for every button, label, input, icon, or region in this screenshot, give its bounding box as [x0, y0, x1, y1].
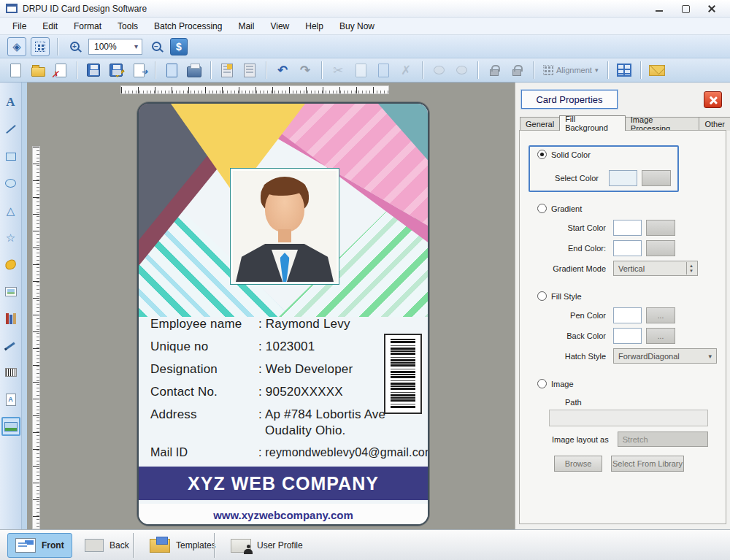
tab-image-processing[interactable]: Image Processing: [625, 117, 700, 131]
company-banner[interactable]: XYZ WEB COMPANY: [139, 467, 428, 500]
maximize-icon[interactable]: [680, 4, 691, 14]
employee-photo[interactable]: [230, 168, 339, 285]
pen-color-button[interactable]: ...: [646, 307, 675, 323]
field-address-line2[interactable]: Oudality Ohio.: [150, 423, 391, 438]
image-radio[interactable]: [537, 379, 547, 388]
group-button[interactable]: [429, 61, 448, 80]
save-button[interactable]: [84, 61, 103, 80]
field-unique-no[interactable]: Unique no : 1023001: [150, 340, 391, 354]
currency-button[interactable]: $: [170, 38, 188, 55]
field-contact-no[interactable]: Contact No. : 90520XXXXX: [150, 385, 391, 399]
gradient-mode-select[interactable]: Vertical ▲▼: [613, 261, 698, 276]
unlock-button[interactable]: [507, 61, 526, 80]
zoom-in-icon: +: [70, 42, 80, 51]
menu-batch-processing[interactable]: Batch Processing: [146, 19, 230, 34]
barcode-object[interactable]: [384, 334, 422, 414]
watermark-tool-button[interactable]: A: [1, 390, 20, 409]
menu-mail[interactable]: Mail: [230, 19, 262, 34]
field-employee-name[interactable]: Employee name : Raymond Levy: [150, 317, 391, 331]
tab-fill-background[interactable]: Fill Background: [559, 115, 626, 131]
freeform-tool-button[interactable]: [1, 255, 20, 274]
delete-object-button[interactable]: ✗: [396, 61, 415, 80]
save-as-button[interactable]: [107, 61, 126, 80]
triangle-tool-button[interactable]: △: [1, 201, 20, 220]
zoom-out-button[interactable]: −: [147, 37, 166, 56]
menu-view[interactable]: View: [262, 19, 297, 34]
end-color-button[interactable]: [646, 240, 675, 256]
menu-help[interactable]: Help: [297, 19, 331, 34]
redo-button[interactable]: ↷: [296, 61, 315, 80]
website-strip[interactable]: www.xyzwebcompany.com: [139, 504, 428, 526]
minimize-icon[interactable]: [654, 4, 664, 14]
browse-button[interactable]: Browse: [554, 456, 602, 472]
image-tool-button[interactable]: [1, 282, 20, 301]
close-icon[interactable]: [707, 4, 717, 14]
design-canvas[interactable]: Employee name : Raymond Levy Unique no :…: [22, 83, 515, 529]
copy-button[interactable]: [351, 61, 370, 80]
end-color-swatch[interactable]: [613, 240, 642, 256]
back-color-button[interactable]: ...: [646, 328, 675, 344]
menu-edit[interactable]: Edit: [34, 19, 66, 34]
hatch-style-select[interactable]: ForwardDiagonal ▾: [613, 348, 717, 364]
print-button[interactable]: [185, 61, 204, 80]
barcode-tool-button[interactable]: [1, 363, 20, 382]
menu-tools[interactable]: Tools: [110, 19, 146, 34]
batch-print-button[interactable]: [218, 61, 237, 80]
back-color-swatch[interactable]: [613, 328, 642, 344]
card-fields[interactable]: Employee name : Raymond Levy Unique no :…: [150, 317, 391, 467]
front-view-button[interactable]: Front: [7, 533, 72, 558]
image-path-input[interactable]: [549, 410, 708, 426]
gradient-radio[interactable]: [537, 204, 547, 213]
spinner-icon[interactable]: ▲▼: [686, 262, 696, 275]
select-from-library-button[interactable]: Select From Library: [611, 456, 684, 472]
paste-button[interactable]: [374, 61, 393, 80]
lock-button[interactable]: [485, 61, 504, 80]
ellipse-tool-button[interactable]: [1, 174, 20, 193]
menu-file[interactable]: File: [4, 19, 34, 34]
library-button[interactable]: [1, 309, 20, 328]
zoom-level-select[interactable]: 100% ▾: [88, 39, 142, 55]
line-tool-button[interactable]: [1, 120, 20, 139]
user-profile-button[interactable]: User Profile: [223, 533, 310, 558]
field-designation[interactable]: Designation : Web Developer: [150, 362, 391, 377]
start-color-swatch[interactable]: [613, 220, 642, 236]
open-button[interactable]: [28, 61, 47, 80]
image-layout-select[interactable]: Stretch: [618, 431, 708, 447]
text-tool-button[interactable]: A: [1, 93, 20, 112]
select-color-button[interactable]: [642, 170, 671, 186]
star-tool-button[interactable]: ☆: [1, 228, 20, 247]
fill-style-radio[interactable]: [537, 291, 547, 301]
back-view-button[interactable]: Back: [77, 533, 137, 558]
alignment-dropdown[interactable]: Alignment ▾: [540, 65, 601, 75]
panel-close-icon[interactable]: [704, 91, 722, 108]
undo-button[interactable]: ↶: [273, 61, 292, 80]
solid-color-radio[interactable]: [537, 150, 547, 159]
export-button[interactable]: ➜: [129, 61, 148, 80]
copy-design-button[interactable]: [162, 61, 181, 80]
templates-button[interactable]: Templates: [142, 533, 223, 558]
zoom-in-button[interactable]: +: [65, 37, 84, 56]
pan-tool-button[interactable]: ◈: [7, 37, 26, 56]
menu-buy-now[interactable]: Buy Now: [331, 19, 383, 34]
start-color-button[interactable]: [646, 220, 675, 236]
data-view-button[interactable]: [240, 61, 259, 80]
cut-button[interactable]: ✂: [328, 61, 347, 80]
id-card[interactable]: Employee name : Raymond Levy Unique no :…: [137, 102, 429, 526]
signature-tool-button[interactable]: [1, 336, 20, 355]
tab-general[interactable]: General: [520, 117, 560, 131]
rectangle-tool-button[interactable]: [1, 147, 20, 166]
field-address[interactable]: Address : Ap #784 Lobortis Ave: [150, 407, 391, 422]
select-tool-button[interactable]: [31, 37, 50, 56]
card-design-tool-button[interactable]: [1, 417, 20, 436]
field-mail-id[interactable]: Mail ID : reymondweblevy04@gmail.com: [150, 446, 391, 459]
tab-other[interactable]: Other: [699, 117, 730, 131]
grid-button[interactable]: [615, 61, 634, 80]
new-button[interactable]: [6, 61, 25, 80]
pen-color-swatch[interactable]: [613, 307, 642, 323]
ungroup-button[interactable]: [452, 61, 471, 80]
bottom-bar: Front Back Templates User Profile FreeBa…: [0, 529, 730, 560]
menu-format[interactable]: Format: [66, 19, 110, 34]
delete-file-button[interactable]: ✗: [51, 61, 70, 80]
select-color-swatch[interactable]: [609, 170, 637, 186]
email-button[interactable]: [648, 61, 666, 80]
